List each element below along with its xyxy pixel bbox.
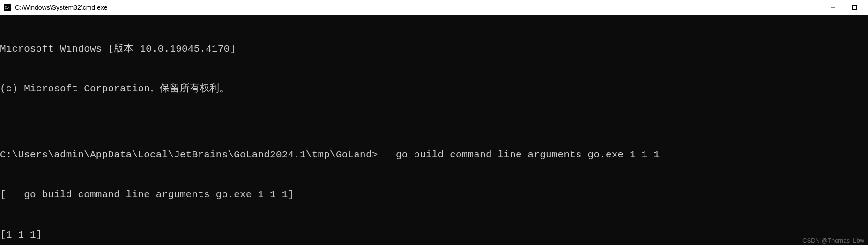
terminal-line: [___go_build_command_line_arguments_go.e…	[0, 188, 868, 201]
cmd-icon: C:\	[4, 4, 11, 11]
window-controls	[829, 3, 864, 12]
terminal-line: Microsoft Windows [版本 10.0.19045.4170]	[0, 43, 868, 56]
terminal-line: [1 1 1]	[0, 229, 868, 242]
terminal-line: C:\Users\admin\AppData\Local\JetBrains\G…	[0, 148, 868, 162]
title-bar: C:\ C:\Windows\System32\cmd.exe	[0, 0, 868, 15]
svg-text:C:\: C:\	[5, 6, 10, 10]
terminal-output[interactable]: Microsoft Windows [版本 10.0.19045.4170] (…	[0, 15, 868, 245]
svg-rect-3	[853, 5, 857, 9]
maximize-button[interactable]	[850, 3, 859, 12]
watermark: CSDN @Thomas_Lbw	[802, 237, 864, 244]
minimize-button[interactable]	[829, 3, 837, 12]
terminal-line: (c) Microsoft Corporation。保留所有权利。	[0, 82, 868, 96]
window-title: C:\Windows\System32\cmd.exe	[15, 4, 829, 11]
